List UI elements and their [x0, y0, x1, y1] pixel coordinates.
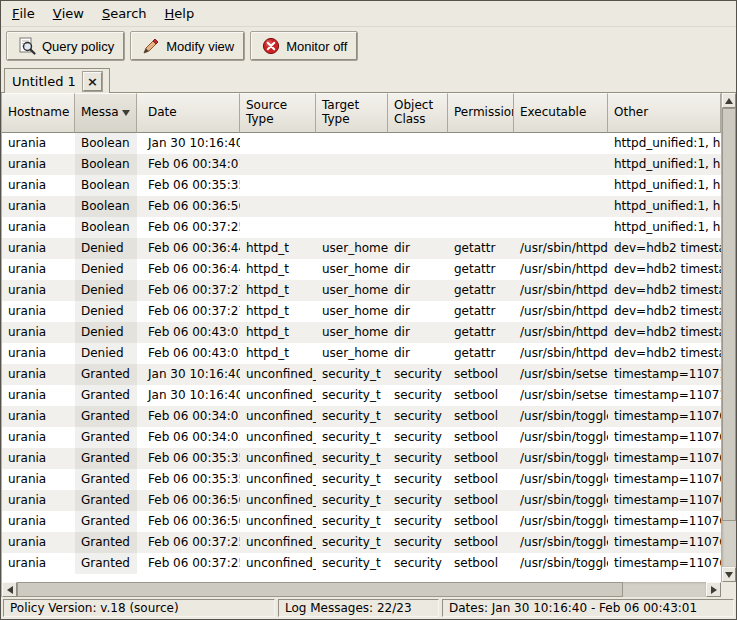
- cell-date: Feb 06 00:36:44: [137, 259, 240, 280]
- cell-permission: [448, 154, 514, 175]
- cell-permission: getattr: [448, 280, 514, 301]
- cell-message: Granted: [75, 532, 137, 553]
- table-row[interactable]: uraniaDeniedFeb 06 00:36:44httpd_tuser_h…: [2, 259, 721, 280]
- table-row[interactable]: uraniaBooleanFeb 06 00:34:01httpd_unifie…: [2, 154, 721, 175]
- table-row[interactable]: uraniaGrantedJan 30 10:16:40unconfined_s…: [2, 385, 721, 406]
- table-row[interactable]: uraniaDeniedFeb 06 00:37:27httpd_tuser_h…: [2, 301, 721, 322]
- horizontal-scroll-trough[interactable]: [17, 582, 706, 597]
- col-header-other-label: Other: [614, 106, 648, 120]
- col-header-other[interactable]: Other: [608, 93, 721, 133]
- table-row[interactable]: uraniaGrantedFeb 06 00:37:25unconfined_s…: [2, 553, 721, 574]
- table-row[interactable]: uraniaGrantedFeb 06 00:34:01unconfined_s…: [2, 427, 721, 448]
- table-row[interactable]: uraniaDeniedFeb 06 00:36:44httpd_tuser_h…: [2, 238, 721, 259]
- table-row[interactable]: uraniaGrantedFeb 06 00:36:56unconfined_s…: [2, 490, 721, 511]
- table-row[interactable]: uraniaGrantedJan 30 10:16:40unconfined_s…: [2, 364, 721, 385]
- col-header-permission-label: Permission: [454, 106, 514, 120]
- cell-objclass: dir: [388, 343, 448, 364]
- cell-objclass: security: [388, 553, 448, 574]
- table-row[interactable]: uraniaDeniedFeb 06 00:37:27httpd_tuser_h…: [2, 280, 721, 301]
- cell-source: httpd_t: [240, 238, 316, 259]
- cell-date: Feb 06 00:34:01: [137, 427, 240, 448]
- cell-executable: /usr/sbin/toggle: [514, 448, 608, 469]
- arrow-left-icon: [7, 586, 13, 594]
- table-row[interactable]: uraniaGrantedFeb 06 00:36:56unconfined_s…: [2, 511, 721, 532]
- menu-file[interactable]: File: [3, 1, 44, 26]
- cell-other: timestamp=11076: [608, 469, 721, 490]
- scroll-up-button[interactable]: [722, 93, 736, 108]
- menu-view[interactable]: View: [44, 1, 93, 26]
- table-row[interactable]: uraniaBooleanJan 30 10:16:40httpd_unifie…: [2, 133, 721, 154]
- cell-date: Feb 06 00:34:01: [137, 154, 240, 175]
- cell-hostname: urania: [2, 343, 75, 364]
- col-header-executable[interactable]: Executable: [514, 93, 608, 133]
- table-row[interactable]: uraniaGrantedFeb 06 00:35:35unconfined_s…: [2, 448, 721, 469]
- table-row[interactable]: uraniaGrantedFeb 06 00:35:35unconfined_s…: [2, 469, 721, 490]
- cell-executable: [514, 175, 608, 196]
- tab-untitled-1[interactable]: Untitled 1 ×: [4, 68, 110, 93]
- cell-hostname: urania: [2, 196, 75, 217]
- table-wrap: Hostname Messa Date Source Type Target T…: [1, 93, 736, 582]
- vertical-scroll-thumb[interactable]: [722, 108, 736, 521]
- col-header-date[interactable]: Date: [137, 93, 240, 133]
- cell-executable: /usr/sbin/toggle: [514, 427, 608, 448]
- table-body: uraniaBooleanJan 30 10:16:40httpd_unifie…: [2, 133, 721, 582]
- cell-source: unconfined_: [240, 490, 316, 511]
- cell-executable: /usr/sbin/toggle: [514, 532, 608, 553]
- cell-other: dev=hdb2 timesta: [608, 343, 721, 364]
- table-row[interactable]: uraniaDeniedFeb 06 00:43:01httpd_tuser_h…: [2, 322, 721, 343]
- modify-view-button[interactable]: Modify view: [131, 32, 244, 60]
- cell-permission: setbool: [448, 490, 514, 511]
- cell-source: unconfined_: [240, 469, 316, 490]
- cell-source: unconfined_: [240, 448, 316, 469]
- table-row[interactable]: uraniaGrantedFeb 06 00:34:01unconfined_s…: [2, 406, 721, 427]
- cell-date: Jan 30 10:16:40: [137, 385, 240, 406]
- table-row[interactable]: uraniaGrantedFeb 06 00:37:25unconfined_s…: [2, 532, 721, 553]
- col-header-message[interactable]: Messa: [75, 93, 137, 133]
- col-header-hostname[interactable]: Hostname: [2, 93, 75, 133]
- cell-executable: /usr/sbin/toggle: [514, 490, 608, 511]
- cell-objclass: dir: [388, 301, 448, 322]
- table-row[interactable]: uraniaDeniedFeb 06 00:43:01httpd_tuser_h…: [2, 343, 721, 364]
- cell-source: unconfined_: [240, 385, 316, 406]
- menu-search[interactable]: Search: [93, 1, 156, 26]
- cell-date: Feb 06 00:37:25: [137, 217, 240, 238]
- table-row[interactable]: uraniaBooleanFeb 06 00:37:25httpd_unifie…: [2, 217, 721, 238]
- col-header-permission[interactable]: Permission: [448, 93, 514, 133]
- menu-help[interactable]: Help: [156, 1, 204, 26]
- cell-other: httpd_unified:1, h: [608, 154, 721, 175]
- cell-other: timestamp=11076: [608, 490, 721, 511]
- cell-other: timestamp=11071: [608, 385, 721, 406]
- query-policy-button[interactable]: Query policy: [7, 32, 124, 60]
- log-view: Hostname Messa Date Source Type Target T…: [1, 93, 736, 597]
- vertical-scrollbar[interactable]: [721, 93, 736, 582]
- cell-date: Feb 06 00:35:35: [137, 448, 240, 469]
- cell-other: httpd_unified:1, h: [608, 175, 721, 196]
- horizontal-scrollbar[interactable]: [1, 582, 721, 597]
- col-header-object-class[interactable]: Object Class: [388, 93, 448, 133]
- col-header-source-type[interactable]: Source Type: [240, 93, 316, 133]
- cell-executable: /usr/sbin/httpd: [514, 343, 608, 364]
- scroll-left-button[interactable]: [2, 582, 17, 597]
- cell-source: unconfined_: [240, 427, 316, 448]
- cell-other: httpd_unified:1, h: [608, 133, 721, 154]
- monitor-off-button[interactable]: Monitor off: [251, 32, 357, 60]
- cell-other: timestamp=11076: [608, 427, 721, 448]
- arrow-up-icon: [725, 98, 733, 104]
- scroll-right-button[interactable]: [706, 582, 721, 597]
- cell-hostname: urania: [2, 469, 75, 490]
- cell-source: [240, 154, 316, 175]
- log-messages-text: Log Messages: 22/23: [285, 601, 412, 615]
- col-header-target-type-label: Target Type: [322, 99, 359, 127]
- cell-message: Denied: [75, 343, 137, 364]
- cell-permission: setbool: [448, 406, 514, 427]
- table-row[interactable]: uraniaBooleanFeb 06 00:35:35httpd_unifie…: [2, 175, 721, 196]
- tab-close-button[interactable]: ×: [83, 72, 102, 91]
- cell-executable: [514, 133, 608, 154]
- cell-objclass: [388, 133, 448, 154]
- cell-hostname: urania: [2, 385, 75, 406]
- vertical-scroll-trough[interactable]: [722, 108, 736, 567]
- horizontal-scroll-thumb[interactable]: [17, 582, 623, 597]
- col-header-target-type[interactable]: Target Type: [316, 93, 388, 133]
- scroll-down-button[interactable]: [722, 567, 736, 582]
- table-row[interactable]: uraniaBooleanFeb 06 00:36:56httpd_unifie…: [2, 196, 721, 217]
